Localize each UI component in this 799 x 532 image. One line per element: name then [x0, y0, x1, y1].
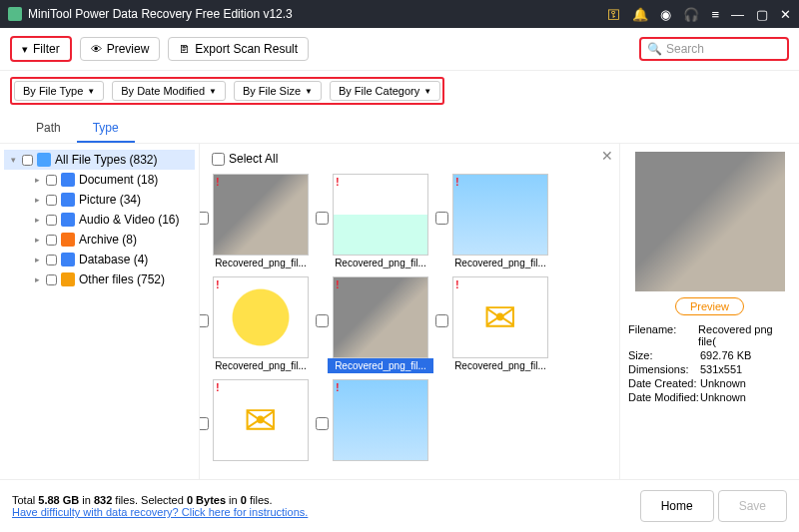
- chevron-down-icon: ▼: [87, 87, 95, 96]
- thumb-checkbox[interactable]: [316, 417, 329, 430]
- tab-path[interactable]: Path: [20, 115, 77, 143]
- search-input[interactable]: 🔍Search: [639, 37, 789, 61]
- meta-row: Date Modified:Unknown: [628, 391, 791, 403]
- sidebar-item[interactable]: ▸Picture (34): [4, 190, 195, 210]
- warning-icon: !: [336, 381, 340, 393]
- thumb-checkbox[interactable]: [316, 314, 329, 327]
- thumbnail-item[interactable]: !Recovered_png_fil...: [328, 276, 433, 373]
- key-icon[interactable]: ⚿: [607, 7, 620, 22]
- tree-label: Picture (34): [79, 193, 141, 207]
- select-all[interactable]: Select All: [208, 150, 611, 168]
- record-icon[interactable]: ◉: [660, 7, 671, 22]
- thumbnail-grid: !Recovered_png_fil...!Recovered_png_fil.…: [208, 174, 611, 465]
- warning-icon: !: [216, 176, 220, 188]
- menu-icon[interactable]: ≡: [711, 7, 719, 22]
- preview-button[interactable]: 👁Preview: [80, 37, 161, 61]
- expand-icon[interactable]: ▸: [32, 255, 42, 265]
- filter-chip[interactable]: By File Category ▼: [330, 81, 440, 101]
- filter-chip[interactable]: By Date Modified ▼: [112, 81, 226, 101]
- thumb-checkbox[interactable]: [435, 314, 448, 327]
- filter-button[interactable]: ▾Filter: [10, 36, 72, 62]
- thumbnail-item[interactable]: !Recovered_png_fil...: [208, 174, 314, 270]
- thumb-image: [213, 174, 309, 256]
- maximize-icon[interactable]: ▢: [756, 7, 768, 22]
- meta-key: Date Modified:: [628, 391, 700, 403]
- preview-open-button[interactable]: Preview: [675, 297, 744, 315]
- thumbnail-item[interactable]: !Recovered_png_fil...: [208, 276, 314, 373]
- bell-icon[interactable]: 🔔: [632, 7, 648, 22]
- tree-checkbox[interactable]: [46, 235, 57, 246]
- filter-chip[interactable]: By File Size ▼: [234, 81, 322, 101]
- tree-label: All File Types (832): [55, 153, 158, 167]
- thumb-checkbox[interactable]: [435, 212, 448, 225]
- system-icons: ⚿ 🔔 ◉ 🎧 ≡ — ▢ ✕: [607, 7, 791, 22]
- thumbnail-item[interactable]: !Recovered_png_fil...: [447, 276, 553, 373]
- tree-checkbox[interactable]: [46, 215, 57, 226]
- thumb-checkbox[interactable]: [200, 417, 209, 430]
- warning-icon: !: [336, 278, 340, 290]
- tree-checkbox[interactable]: [46, 274, 57, 285]
- thumbnail-item[interactable]: !Recovered_png_fil...: [447, 174, 553, 270]
- thumb-image: [213, 276, 309, 358]
- thumbnail-item[interactable]: !Recovered_png_fil...: [328, 174, 433, 270]
- tab-type[interactable]: Type: [77, 115, 135, 143]
- main-area: ▾All File Types (832)▸Document (18)▸Pict…: [0, 144, 799, 479]
- headset-icon[interactable]: 🎧: [683, 7, 699, 22]
- warning-icon: !: [455, 278, 459, 290]
- warning-icon: !: [216, 278, 220, 290]
- tree-label: Database (4): [79, 253, 148, 266]
- tree-checkbox[interactable]: [22, 155, 33, 166]
- close-icon[interactable]: ✕: [780, 7, 791, 22]
- meta-value: 692.76 KB: [700, 349, 751, 361]
- warning-icon: !: [336, 176, 340, 188]
- thumbnail-item[interactable]: !: [208, 379, 314, 465]
- thumb-checkbox[interactable]: [200, 212, 209, 225]
- sidebar-item[interactable]: ▾All File Types (832): [4, 150, 195, 170]
- home-button[interactable]: Home: [640, 490, 714, 522]
- search-placeholder: Search: [666, 42, 704, 56]
- thumb-image: [333, 174, 428, 256]
- category-icon: [61, 213, 75, 227]
- chevron-down-icon: ▼: [423, 87, 431, 96]
- meta-row: Filename:Recovered png file(: [628, 323, 791, 347]
- select-all-checkbox[interactable]: [212, 153, 225, 166]
- results-panel: ✕ Select All !Recovered_png_fil...!Recov…: [200, 144, 619, 479]
- sidebar-item[interactable]: ▸Audio & Video (16): [4, 210, 195, 230]
- close-panel-icon[interactable]: ✕: [601, 148, 613, 164]
- tree-checkbox[interactable]: [46, 255, 57, 266]
- export-button[interactable]: 🖹Export Scan Result: [168, 37, 309, 61]
- sidebar-item[interactable]: ▸Document (18): [4, 170, 195, 190]
- save-button[interactable]: Save: [718, 490, 787, 522]
- expand-icon[interactable]: ▾: [8, 155, 18, 165]
- preview-image: [635, 152, 785, 291]
- sidebar-item[interactable]: ▸Other files (752): [4, 269, 195, 289]
- minimize-icon[interactable]: —: [731, 7, 744, 22]
- expand-icon[interactable]: ▸: [32, 195, 42, 205]
- thumb-label: [208, 461, 314, 465]
- filter-chip[interactable]: By File Type ▼: [14, 81, 104, 101]
- expand-icon[interactable]: ▸: [32, 274, 42, 284]
- category-icon: [61, 233, 75, 247]
- warning-icon: !: [216, 381, 220, 393]
- meta-row: Dimensions:531x551: [628, 363, 791, 375]
- thumb-checkbox[interactable]: [200, 314, 209, 327]
- search-icon: 🔍: [647, 42, 662, 56]
- thumb-image: [333, 276, 428, 358]
- sidebar-item[interactable]: ▸Database (4): [4, 250, 195, 269]
- export-label: Export Scan Result: [195, 42, 298, 56]
- thumb-checkbox[interactable]: [316, 212, 329, 225]
- meta-key: Size:: [628, 349, 700, 361]
- expand-icon[interactable]: ▸: [32, 235, 42, 245]
- expand-icon[interactable]: ▸: [32, 215, 42, 225]
- thumbnail-item[interactable]: !: [328, 379, 433, 465]
- expand-icon[interactable]: ▸: [32, 175, 42, 185]
- meta-row: Date Created:Unknown: [628, 377, 791, 389]
- preview-label: Preview: [107, 42, 150, 56]
- meta-key: Dimensions:: [628, 363, 700, 375]
- help-link[interactable]: Have difficulty with data recovery? Clic…: [12, 506, 308, 518]
- sidebar-item[interactable]: ▸Archive (8): [4, 230, 195, 250]
- app-title: MiniTool Power Data Recovery Free Editio…: [28, 7, 607, 21]
- tree-checkbox[interactable]: [46, 195, 57, 206]
- tree-checkbox[interactable]: [46, 175, 57, 186]
- meta-value: Unknown: [700, 391, 746, 403]
